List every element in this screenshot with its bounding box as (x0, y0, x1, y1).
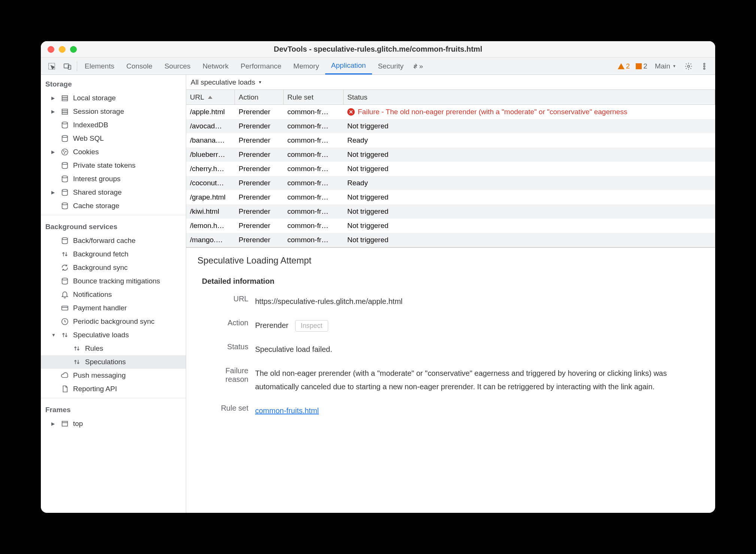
sidebar-item-speculative-loads[interactable]: ▼Speculative loads (41, 328, 186, 342)
window-controls (41, 46, 77, 53)
updown-icon (60, 250, 69, 259)
warnings-badge[interactable]: 2 (618, 62, 630, 70)
sidebar-item-session-storage[interactable]: ▶Session storage (41, 105, 186, 118)
sidebar-item-interest-groups[interactable]: Interest groups (41, 172, 186, 186)
device-toggle-icon[interactable] (62, 61, 73, 72)
detail-ruleset-label: Rule set (201, 404, 255, 417)
column-status[interactable]: Status (344, 90, 715, 104)
sidebar: Storage ▶Local storage▶Session storageIn… (41, 75, 186, 513)
more-tabs-icon[interactable]: » (412, 61, 423, 72)
target-selector[interactable]: Main▼ (655, 62, 676, 70)
bell-icon (60, 290, 69, 299)
table-row[interactable]: /lemon.h…Prerendercommon-fr…Not triggere… (186, 219, 715, 233)
sidebar-item-notifications[interactable]: Notifications (41, 288, 186, 301)
tab-security[interactable]: Security (372, 58, 410, 74)
details-title: Speculative Loading Attempt (197, 255, 704, 266)
column-action[interactable]: Action (235, 90, 284, 104)
sidebar-item-speculations[interactable]: Speculations (41, 355, 186, 369)
sidebar-item-cookies[interactable]: ▶Cookies (41, 145, 186, 159)
sidebar-item-payment-handler[interactable]: Payment handler (41, 301, 186, 315)
sidebar-item-cache-storage[interactable]: Cache storage (41, 199, 186, 213)
table-row[interactable]: /coconut…Prerendercommon-fr…Ready (186, 176, 715, 190)
cyl-icon (60, 188, 69, 197)
column-url[interactable]: URL (186, 90, 235, 104)
tab-memory[interactable]: Memory (287, 58, 325, 74)
sidebar-item-back-forward-cache[interactable]: Back/forward cache (41, 234, 186, 247)
clock-icon (60, 317, 69, 326)
table-row[interactable]: /blueberr…Prerendercommon-fr…Not trigger… (186, 147, 715, 162)
cyl-icon (60, 201, 69, 210)
sidebar-item-local-storage[interactable]: ▶Local storage (41, 91, 186, 105)
detail-reason-label: Failure reason (201, 366, 255, 393)
tab-console[interactable]: Console (120, 58, 158, 74)
sidebar-item-web-sql[interactable]: Web SQL (41, 132, 186, 145)
table-row[interactable]: /cherry.h…Prerendercommon-fr…Not trigger… (186, 162, 715, 176)
sidebar-item-bounce-tracking-mitigations[interactable]: Bounce tracking mitigations (41, 274, 186, 288)
sidebar-item-shared-storage[interactable]: ▶Shared storage (41, 186, 186, 199)
details-panel: Speculative Loading Attempt Detailed inf… (186, 247, 715, 513)
svg-point-3 (687, 65, 690, 67)
cyl-icon (60, 161, 69, 170)
toolbar: ElementsConsoleSourcesNetworkPerformance… (41, 58, 715, 75)
error-icon: ✕ (347, 108, 355, 116)
tab-performance[interactable]: Performance (235, 58, 287, 74)
sidebar-item-private-state-tokens[interactable]: Private state tokens (41, 159, 186, 172)
errors-badge[interactable]: 2 (636, 62, 647, 70)
details-section-header: Detailed information (197, 277, 704, 286)
cloud-icon (60, 371, 69, 380)
sidebar-section-frames: Frames (41, 401, 186, 417)
sidebar-item-indexeddb[interactable]: IndexedDB (41, 118, 186, 132)
table-row[interactable]: /avocad…Prerendercommon-fr…Not triggered (186, 119, 715, 133)
cyl-icon (60, 236, 69, 245)
svg-rect-12 (62, 113, 68, 115)
frame-icon (60, 419, 69, 428)
window-title: DevTools - speculative-rules.glitch.me/c… (41, 45, 715, 54)
sidebar-item-periodic-background-sync[interactable]: Periodic background sync (41, 315, 186, 328)
table-row[interactable]: /apple.htmlPrerendercommon-fr…✕Failure -… (186, 105, 715, 119)
svg-rect-28 (62, 421, 68, 426)
svg-point-24 (62, 278, 68, 280)
card-icon (60, 304, 69, 313)
detail-action-value: Prerender Inspect (255, 319, 704, 332)
more-icon[interactable] (699, 61, 710, 72)
cookie-icon (60, 147, 69, 156)
svg-point-6 (704, 68, 705, 69)
column-ruleset[interactable]: Rule set (284, 90, 344, 104)
tab-application[interactable]: Application (325, 58, 372, 74)
table-row[interactable]: /mango.…Prerendercommon-fr…Not triggered (186, 233, 715, 247)
tab-sources[interactable]: Sources (158, 58, 197, 74)
minimize-window-button[interactable] (59, 46, 66, 53)
svg-point-5 (704, 66, 705, 67)
filter-label: All speculative loads (191, 78, 255, 86)
svg-point-17 (66, 151, 66, 152)
detail-url-value: https://speculative-rules.glitch.me/appl… (255, 295, 704, 308)
sidebar-item-background-fetch[interactable]: Background fetch (41, 247, 186, 261)
tab-elements[interactable]: Elements (79, 58, 120, 74)
db-icon (60, 94, 69, 103)
sidebar-item-top[interactable]: ▶top (41, 417, 186, 430)
cyl-icon (60, 174, 69, 183)
sidebar-item-rules[interactable]: Rules (41, 342, 186, 355)
table-row[interactable]: /grape.htmlPrerendercommon-fr…Not trigge… (186, 190, 715, 204)
filter-bar[interactable]: All speculative loads ▼ (186, 75, 715, 90)
sidebar-item-background-sync[interactable]: Background sync (41, 261, 186, 274)
sidebar-item-push-messaging[interactable]: Push messaging (41, 369, 186, 382)
sidebar-item-reporting-api[interactable]: Reporting API (41, 382, 186, 396)
close-window-button[interactable] (48, 46, 54, 53)
doc-icon (60, 384, 69, 393)
main-area: Storage ▶Local storage▶Session storageIn… (41, 75, 715, 513)
inspect-button[interactable]: Inspect (295, 320, 328, 332)
detail-status-label: Status (201, 343, 255, 356)
svg-point-23 (62, 238, 68, 240)
table-row[interactable]: /banana.…Prerendercommon-fr…Ready (186, 133, 715, 147)
svg-rect-25 (62, 306, 68, 310)
svg-point-14 (62, 136, 68, 138)
settings-icon[interactable] (683, 61, 694, 72)
inspect-icon[interactable] (46, 61, 57, 72)
sidebar-section-background: Background services (41, 217, 186, 234)
tab-network[interactable]: Network (197, 58, 235, 74)
table-row[interactable]: /kiwi.htmlPrerendercommon-fr…Not trigger… (186, 204, 715, 219)
detail-ruleset-link[interactable]: common-fruits.html (255, 407, 319, 415)
content-panel: All speculative loads ▼ URL Action Rule … (186, 75, 715, 513)
maximize-window-button[interactable] (70, 46, 77, 53)
